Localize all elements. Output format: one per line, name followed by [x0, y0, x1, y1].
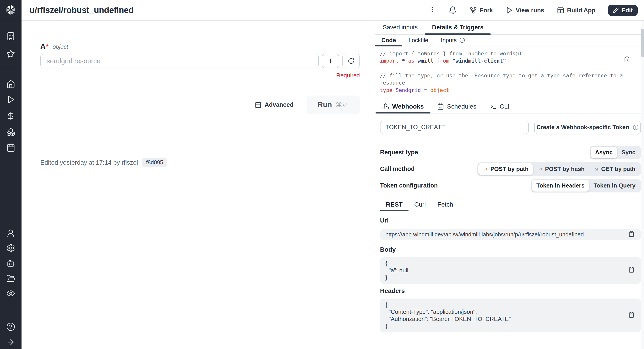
audit-eye-icon[interactable]	[6, 289, 15, 298]
advanced-label: Advanced	[265, 101, 294, 108]
token-config-toggle: Token in Headers Token in Query	[531, 179, 641, 192]
run-label: Run	[318, 101, 332, 109]
token-input[interactable]	[380, 121, 529, 134]
tab-cli[interactable]: CLI	[483, 100, 516, 113]
scrollbar-thumb[interactable]	[641, 29, 644, 57]
body-label: Body	[380, 246, 641, 253]
cli-label: CLI	[500, 103, 510, 110]
required-hint: Required	[40, 72, 360, 79]
code-tabs: Code Lockfile Inputs	[375, 35, 644, 47]
edit-label: Edit	[621, 7, 633, 14]
variables-dollar-icon[interactable]	[6, 112, 15, 120]
tab-fetch[interactable]: Fetch	[432, 198, 459, 211]
settings-gear-icon[interactable]	[6, 244, 15, 252]
run-form-panel: A* object Required Advanced Run	[22, 21, 375, 349]
folders-icon[interactable]	[6, 274, 15, 283]
call-method-label: Call method	[380, 166, 415, 172]
workers-bot-icon[interactable]	[6, 259, 15, 268]
request-type-label: Request type	[380, 149, 418, 156]
header: u/rfiszel/robust_undefined Fork View run…	[22, 0, 644, 21]
windmill-app: u/rfiszel/robust_undefined Fork View run…	[0, 0, 644, 349]
webhook-url-field[interactable]: https://app.windmill.dev/api/w/windmill-…	[380, 229, 641, 240]
panel-tabs: Saved inputs Details & Triggers	[375, 21, 644, 35]
async-option[interactable]: Async	[591, 147, 617, 158]
sidebar-divider	[0, 21, 22, 21]
get-by-path-label: GET by path	[601, 166, 636, 172]
fork-label: Fork	[480, 7, 493, 14]
favorites-star-icon[interactable]	[6, 49, 15, 58]
tab-lockfile[interactable]: Lockfile	[402, 35, 434, 46]
tab-saved-inputs[interactable]: Saved inputs	[376, 21, 425, 34]
edit-button[interactable]: Edit	[608, 5, 638, 16]
run-button[interactable]: Run ⌘↵	[306, 96, 360, 114]
field-type-label: object	[53, 43, 68, 50]
windmill-logo-icon[interactable]	[6, 5, 16, 15]
webhook-url: https://app.windmill.dev/api/w/windmill-…	[386, 231, 584, 238]
token-in-query-option[interactable]: Token in Query	[589, 180, 640, 192]
token-config-label: Token configuration	[380, 182, 438, 189]
tab-details-triggers[interactable]: Details & Triggers	[425, 21, 491, 34]
code-line: // import { toWords } from "number-to-wo…	[380, 51, 525, 57]
create-token-label: Create a Webhook-specific Token	[536, 124, 629, 131]
trigger-tabs: Webhooks Schedules CLI	[375, 100, 644, 113]
kebab-menu-icon[interactable]	[429, 6, 436, 15]
help-icon[interactable]	[6, 322, 15, 331]
code-viewer: // import { toWords } from "number-to-wo…	[375, 47, 644, 101]
schedules-label: Schedules	[447, 103, 476, 110]
copy-body-icon[interactable]	[628, 266, 634, 274]
post-by-hash-label: POST by hash	[545, 166, 584, 172]
sidebar	[0, 0, 22, 349]
field-label: A	[40, 42, 46, 51]
sidebar-divider	[0, 69, 22, 69]
resources-boxes-icon[interactable]	[6, 128, 15, 137]
tab-curl[interactable]: Curl	[408, 198, 432, 211]
url-label: Url	[380, 217, 641, 224]
expand-arrow-icon[interactable]	[6, 337, 15, 346]
info-icon	[459, 38, 465, 43]
resource-input[interactable]	[40, 54, 319, 68]
view-runs-button[interactable]: View runs	[505, 7, 544, 14]
workspace-building-icon[interactable]	[6, 32, 15, 41]
copy-headers-icon[interactable]	[628, 311, 634, 319]
view-runs-label: View runs	[516, 7, 544, 14]
request-type-toggle: Async Sync	[590, 146, 641, 159]
edited-info: Edited yesterday at 17:14 by rfiszel	[40, 159, 138, 166]
post-by-path-label: POST by path	[490, 166, 528, 172]
refresh-button[interactable]	[342, 54, 360, 68]
runs-play-icon[interactable]	[6, 95, 15, 104]
user-icon[interactable]	[6, 229, 15, 238]
build-app-button[interactable]: Build App	[557, 7, 596, 14]
add-resource-button[interactable]	[322, 54, 339, 68]
tab-inputs[interactable]: Inputs	[434, 35, 471, 46]
copy-url-icon[interactable]	[628, 231, 634, 238]
info-icon	[633, 125, 638, 130]
headers-json: { "Content-Type": "application/json", "A…	[380, 298, 641, 332]
headers-label: Headers	[380, 287, 641, 294]
home-icon[interactable]	[6, 80, 15, 89]
body-json: { "a": null }	[380, 257, 641, 284]
copy-code-icon[interactable]	[624, 56, 630, 64]
tab-webhooks[interactable]: Webhooks	[376, 100, 430, 113]
fork-button[interactable]: Fork	[470, 7, 493, 14]
webhooks-label: Webhooks	[392, 103, 424, 110]
version-hash-badge[interactable]: f8d095	[142, 158, 167, 167]
get-by-path-option[interactable]: GET by path	[589, 163, 640, 175]
required-star: *	[46, 43, 48, 50]
tab-code[interactable]: Code	[375, 35, 402, 46]
sync-option[interactable]: Sync	[617, 147, 640, 158]
token-in-headers-option[interactable]: Token in Headers	[532, 180, 589, 192]
scrollbar[interactable]	[641, 21, 644, 349]
advanced-button[interactable]: Advanced	[255, 101, 294, 108]
notifications-bell-icon[interactable]	[448, 6, 457, 15]
call-method-toggle: POST by path POST by hash GET by path	[477, 162, 641, 176]
post-by-hash-option[interactable]: POST by hash	[533, 163, 589, 175]
post-by-path-option[interactable]: POST by path	[478, 163, 533, 175]
snippet-tabs: REST Curl Fetch	[375, 198, 644, 211]
schedules-calendar-icon[interactable]	[6, 143, 15, 152]
run-shortcut: ⌘↵	[336, 101, 349, 109]
details-panel: Saved inputs Details & Triggers Code Loc…	[375, 21, 644, 349]
inputs-label: Inputs	[441, 37, 457, 44]
tab-schedules[interactable]: Schedules	[430, 100, 483, 113]
tab-rest[interactable]: REST	[380, 198, 408, 211]
create-webhook-token-button[interactable]: Create a Webhook-specific Token	[534, 121, 641, 134]
